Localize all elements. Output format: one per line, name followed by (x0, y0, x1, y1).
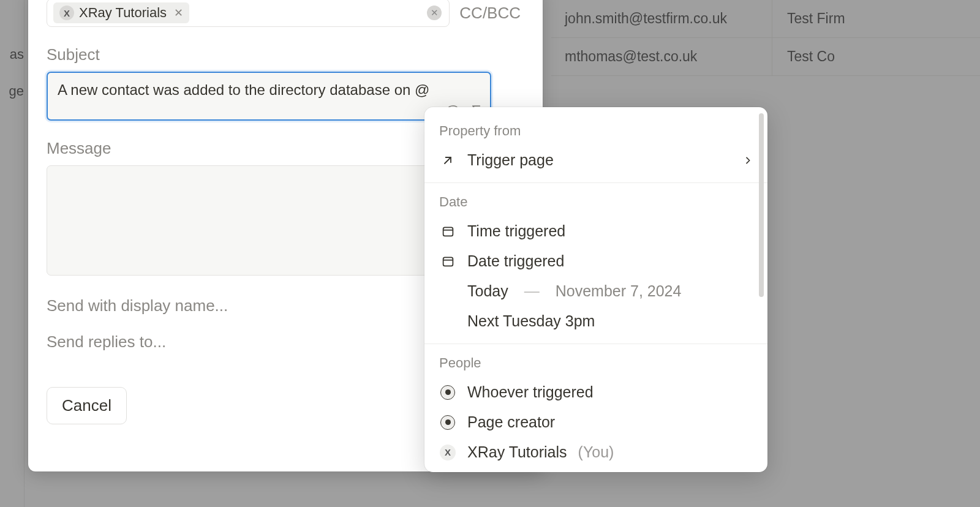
today-date: November 7, 2024 (556, 282, 682, 300)
mention-item-next-tuesday[interactable]: Next Tuesday 3pm (424, 306, 767, 336)
cc-bcc-toggle[interactable]: CC/BCC (459, 4, 524, 23)
section-label-people: People (424, 351, 767, 377)
mention-item-label: Whoever triggered (467, 383, 594, 401)
mention-item-label: Page creator (467, 413, 555, 431)
separator (424, 182, 767, 183)
mention-item-label: Trigger page (467, 151, 554, 169)
clear-to-icon[interactable]: ✕ (427, 6, 442, 20)
mention-item-page-creator[interactable]: Page creator (424, 407, 767, 437)
section-label-date: Date (424, 190, 767, 216)
to-field[interactable]: X XRay Tutorials ✕ ✕ (47, 0, 450, 27)
person-icon (439, 385, 456, 400)
mention-item-time-triggered[interactable]: Time triggered (424, 216, 767, 246)
person-icon (439, 415, 456, 430)
mention-item-label: XRay Tutorials (467, 443, 567, 461)
mention-item-xray-you[interactable]: X XRay Tutorials (You) (424, 437, 767, 467)
mention-popup: Property from Trigger page Date Time tri… (424, 107, 767, 472)
recipient-chip-label: XRay Tutorials (79, 5, 167, 21)
mention-item-trigger-page[interactable]: Trigger page (424, 145, 767, 175)
mention-item-label: Date triggered (467, 252, 564, 270)
subject-label: Subject (47, 45, 524, 64)
mention-item-label: Next Tuesday 3pm (467, 312, 595, 330)
avatar-icon: X (59, 6, 74, 20)
you-suffix: (You) (578, 443, 614, 461)
chevron-right-icon (743, 156, 753, 165)
separator (424, 344, 767, 344)
svg-rect-1 (443, 227, 453, 236)
svg-rect-3 (443, 257, 453, 266)
svg-line-0 (445, 157, 451, 163)
arrow-up-right-icon (439, 154, 456, 167)
remove-chip-icon[interactable]: ✕ (174, 6, 183, 20)
scrollbar[interactable] (759, 113, 764, 297)
dash: — (519, 282, 545, 300)
avatar-icon: X (439, 445, 456, 460)
mention-item-today[interactable]: Today — November 7, 2024 (424, 276, 767, 306)
calendar-icon (439, 225, 456, 238)
calendar-icon (439, 255, 456, 268)
mention-item-label: Today (467, 282, 508, 300)
mention-item-date-triggered[interactable]: Date triggered (424, 246, 767, 276)
mention-item-whoever-triggered[interactable]: Whoever triggered (424, 377, 767, 407)
mention-item-label: Time triggered (467, 222, 565, 240)
recipient-chip[interactable]: X XRay Tutorials ✕ (53, 2, 189, 23)
cancel-button[interactable]: Cancel (47, 387, 127, 424)
section-label-property: Property from (424, 119, 767, 145)
subject-text: A new contact was added to the directory… (58, 81, 429, 98)
